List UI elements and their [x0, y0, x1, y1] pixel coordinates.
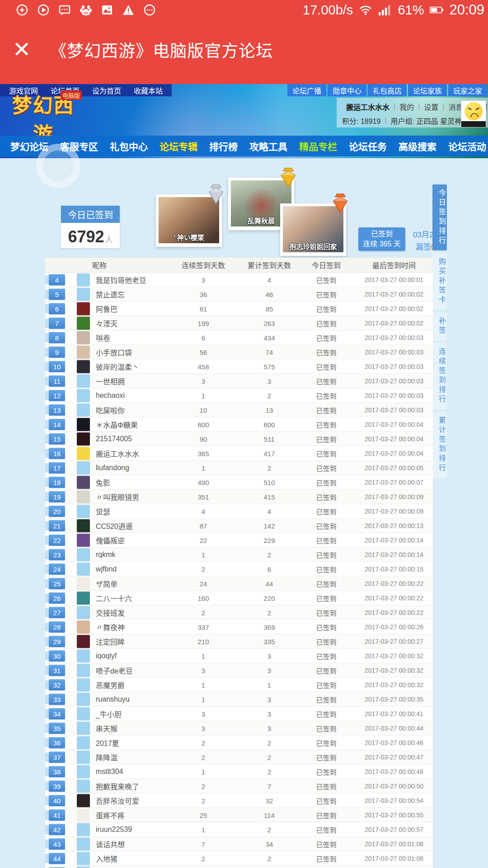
avatar[interactable] — [77, 722, 90, 735]
avatar[interactable] — [77, 533, 90, 547]
nickname[interactable]: 吾胖吊汝可爱 — [96, 795, 139, 806]
avatar[interactable] — [77, 664, 90, 677]
avatar[interactable] — [77, 403, 90, 416]
nickname[interactable]: wjfbnd — [96, 565, 117, 573]
top-link-box[interactable]: 礼包商店 — [368, 84, 407, 96]
nickname[interactable]: CC520逍遥 — [96, 520, 133, 531]
nickname[interactable]: 215174005 — [96, 435, 132, 443]
user-menu-item[interactable]: 我的 — [399, 101, 414, 112]
nickname[interactable]: ruanshuyu — [96, 695, 130, 703]
avatar[interactable] — [77, 447, 90, 460]
avatar[interactable] — [77, 866, 90, 868]
nickname[interactable]: iqoqlyf — [96, 652, 117, 660]
user-avatar-meme[interactable] — [461, 100, 486, 127]
nickname[interactable]: ザ简单 — [96, 578, 117, 589]
nickname[interactable]: 唞卷 — [96, 332, 110, 343]
avatar[interactable] — [77, 490, 90, 503]
user-menu-item[interactable]: 设置 — [424, 101, 438, 112]
avatar[interactable] — [77, 693, 90, 706]
nickname[interactable]: 降降温 — [96, 752, 117, 763]
nav-item[interactable]: 礼包中心 — [110, 139, 148, 153]
top-link-box[interactable]: 玩家之家 — [448, 84, 487, 96]
avatar[interactable] — [77, 808, 90, 821]
nav-item[interactable]: 论坛专辑 — [160, 139, 197, 153]
avatar[interactable] — [77, 432, 90, 445]
avatar[interactable] — [77, 331, 90, 344]
avatar[interactable] — [77, 678, 90, 691]
nickname[interactable]: 蛋疼不疼 — [96, 810, 125, 821]
username[interactable]: 搬运工水水水 — [346, 101, 389, 112]
nickname[interactable]: 交接班发 — [96, 607, 125, 618]
winner-card[interactable]: ' 神い樱栗 — [156, 194, 222, 247]
nickname[interactable]: 〃叫我眼镜男 — [96, 491, 139, 502]
nickname[interactable]: 兔影 — [96, 477, 110, 488]
winner-card[interactable]: 抱志玲姐姐回家 — [280, 203, 346, 256]
nickname[interactable]: rqkmk — [96, 551, 116, 559]
avatar[interactable] — [77, 562, 90, 576]
avatar[interactable] — [77, 302, 90, 315]
nickname[interactable]: 抱歉我来晚了 — [96, 781, 139, 792]
my-signin-status-button[interactable]: 已签到 连续 365 天 — [358, 227, 405, 251]
top-link-box[interactable]: 论坛家族 — [408, 84, 447, 96]
avatar[interactable] — [77, 852, 90, 865]
nickname[interactable]: mstlt304 — [96, 768, 123, 776]
top-link[interactable]: 收藏本站 — [134, 85, 163, 96]
top-link[interactable]: 设为首页 — [92, 85, 121, 96]
nav-item[interactable]: 攻略工具 — [249, 139, 287, 153]
nickname[interactable]: 我是钧哥他老豆 — [96, 274, 146, 285]
avatar[interactable] — [77, 591, 90, 604]
side-tab[interactable]: 累计签到排行 — [432, 412, 447, 478]
nickname[interactable]: 觉瑟 — [96, 506, 110, 517]
side-tab[interactable]: 补签 — [432, 312, 447, 340]
avatar[interactable] — [77, 418, 90, 431]
avatar[interactable] — [77, 606, 90, 619]
top-link-box[interactable]: 论坛广播 — [287, 84, 326, 96]
top-link-box[interactable]: 勋章中心 — [328, 84, 366, 96]
avatar[interactable] — [77, 476, 90, 489]
nav-item[interactable]: 排行榜 — [209, 139, 238, 153]
avatar[interactable] — [77, 461, 90, 474]
close-icon[interactable]: ✕ — [13, 39, 31, 61]
avatar[interactable] — [77, 519, 90, 532]
avatar[interactable] — [77, 389, 90, 402]
avatar[interactable] — [77, 823, 90, 836]
nickname[interactable]: 彼岸的温柔丶 — [96, 361, 139, 372]
nickname[interactable]: 喷子de老豆 — [96, 665, 133, 676]
side-tab[interactable]: 连续签到排行 — [432, 343, 447, 409]
avatar[interactable] — [77, 505, 90, 518]
side-tab[interactable]: 今日签到排行 — [432, 184, 447, 250]
nickname[interactable]: 入地猪 — [96, 853, 117, 864]
avatar[interactable] — [77, 577, 90, 590]
avatar[interactable] — [77, 707, 90, 720]
nav-item[interactable]: 高级搜索 — [399, 139, 436, 153]
avatar[interactable] — [77, 288, 90, 301]
avatar[interactable] — [77, 765, 90, 778]
nickname[interactable]: hechaoxi — [96, 392, 125, 400]
nickname[interactable]: 一世相拥 — [96, 376, 125, 387]
nickname[interactable]: 恶魔男爵 — [96, 679, 125, 690]
nav-item[interactable]: 论坛活动 — [448, 139, 486, 153]
nickname[interactable]: 傀儡叛逆 — [96, 535, 125, 546]
avatar[interactable] — [77, 620, 90, 633]
avatar[interactable] — [77, 649, 90, 662]
nickname[interactable]: 小手放口袋 — [96, 347, 132, 358]
avatar[interactable] — [77, 316, 90, 330]
avatar[interactable] — [77, 750, 90, 764]
nickname[interactable]: 々湮灭 — [96, 318, 117, 329]
avatar[interactable] — [77, 736, 90, 749]
nickname[interactable]: 〃舞夜神 — [96, 622, 125, 632]
nickname[interactable]: 谈话共想 — [96, 839, 125, 849]
avatar[interactable] — [77, 794, 90, 807]
side-tab[interactable]: 购买补签卡 — [432, 253, 447, 310]
nickname[interactable]: 串天猴 — [96, 723, 117, 734]
nickname[interactable]: 搬运工水水水 — [96, 448, 139, 459]
nickname[interactable]: iruun22539 — [96, 826, 132, 834]
avatar[interactable] — [77, 345, 90, 359]
avatar[interactable] — [77, 548, 90, 561]
nickname[interactable]: 禁止遗忘 — [96, 289, 125, 300]
avatar[interactable] — [77, 360, 90, 373]
nav-item[interactable]: 精品专栏 — [299, 139, 337, 153]
nickname[interactable]: 注定回眸 — [96, 636, 125, 647]
nickname[interactable]: 吃屎啦你 — [96, 405, 125, 415]
nickname[interactable]: _牛小胆 — [96, 708, 122, 719]
